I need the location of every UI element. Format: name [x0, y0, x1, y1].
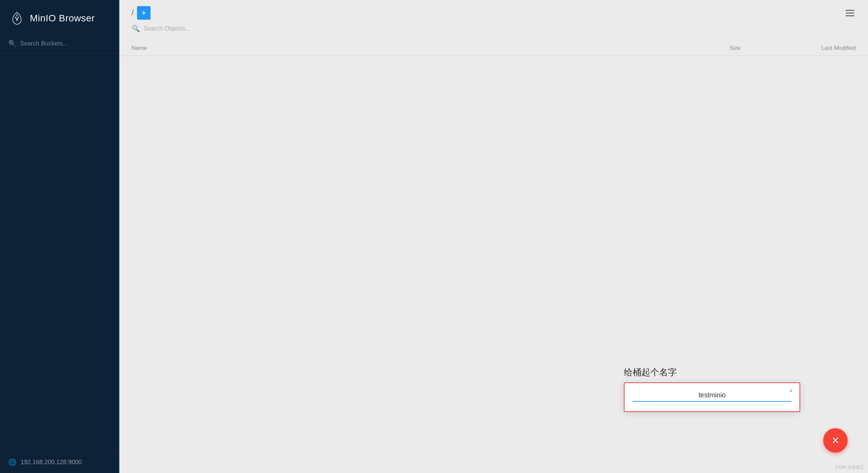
- search-buckets-container: 🔍: [0, 37, 119, 53]
- table-header: Name Size Last Modified: [119, 38, 868, 56]
- main-content: / + 🔍 Name Size Last Modified 给桶起个名字 ×: [119, 0, 868, 473]
- col-modified-header: Last Modified: [761, 45, 856, 52]
- search-objects-container: 🔍: [119, 20, 868, 33]
- fab-close-button[interactable]: ×: [823, 428, 848, 453]
- sidebar-bucket-list: [0, 53, 119, 451]
- hamburger-line-3: [846, 15, 854, 16]
- search-objects-icon: 🔍: [132, 24, 140, 33]
- content-area: 给桶起个名字 × ×: [119, 56, 868, 473]
- dialog-label: 给桶起个名字: [624, 366, 800, 378]
- app-title: MinIO Browser: [30, 13, 95, 24]
- minio-logo-icon: [9, 11, 24, 26]
- close-icon: ×: [789, 387, 793, 394]
- watermark: CSDN @海底王: [835, 465, 864, 470]
- hamburger-line-2: [846, 13, 854, 14]
- breadcrumb-slash: /: [132, 8, 134, 17]
- sidebar-header: MinIO Browser: [0, 0, 119, 37]
- create-bucket-dialog-container: 给桶起个名字 ×: [624, 366, 800, 412]
- server-address: 192.168.200.128:9000: [21, 459, 82, 466]
- search-buckets-icon: 🔍: [8, 39, 17, 48]
- search-objects-input[interactable]: [143, 25, 856, 32]
- bucket-name-input[interactable]: [633, 391, 791, 402]
- add-bucket-button[interactable]: +: [137, 6, 151, 20]
- sidebar: MinIO Browser 🔍 🌐 192.168.200.128:9000: [0, 0, 119, 473]
- create-bucket-dialog: ×: [624, 382, 800, 412]
- plus-icon: +: [141, 9, 146, 17]
- sidebar-footer: 🌐 192.168.200.128:9000: [0, 451, 119, 473]
- fab-close-icon: ×: [832, 433, 839, 448]
- top-bar: / +: [119, 0, 868, 20]
- col-name-header: Name: [132, 45, 700, 52]
- hamburger-menu-button[interactable]: [844, 8, 856, 18]
- hamburger-line-1: [846, 10, 854, 11]
- col-size-header: Size: [700, 45, 761, 52]
- search-buckets-input[interactable]: [20, 40, 111, 47]
- globe-icon: 🌐: [8, 458, 17, 466]
- breadcrumb: / +: [132, 6, 151, 20]
- dialog-close-button[interactable]: ×: [787, 387, 795, 395]
